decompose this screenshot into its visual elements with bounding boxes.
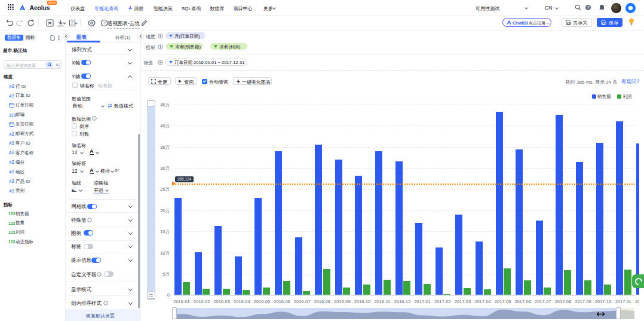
svg-text:A: A <box>9 141 12 145</box>
svg-text:i: i <box>89 218 90 222</box>
svg-text:i: i <box>105 301 106 305</box>
svg-text:i: i <box>99 273 99 276</box>
svg-text:A: A <box>9 179 12 184</box>
svg-text:?: ? <box>587 5 589 10</box>
svg-text:123: 123 <box>9 112 16 117</box>
svg-text:A: A <box>9 93 12 97</box>
svg-text:?: ? <box>103 20 106 26</box>
svg-text:123: 123 <box>8 230 15 234</box>
svg-text:A: A <box>9 84 12 88</box>
svg-text:A: A <box>9 151 12 155</box>
svg-text:A: A <box>9 170 12 174</box>
svg-text:i: i <box>94 117 94 120</box>
svg-text:123: 123 <box>8 221 15 225</box>
svg-text:A: A <box>9 132 12 136</box>
svg-text:A: A <box>9 160 12 164</box>
svg-text:123: 123 <box>8 240 15 244</box>
svg-text:2: 2 <box>71 21 73 25</box>
svg-text:123: 123 <box>8 212 15 216</box>
svg-text:A: A <box>9 188 12 192</box>
